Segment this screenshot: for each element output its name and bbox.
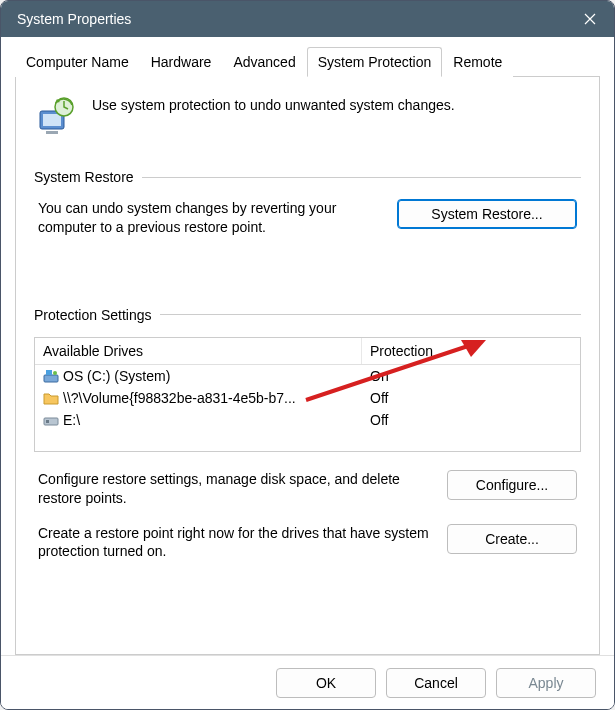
configure-button[interactable]: Configure... xyxy=(447,470,577,500)
close-icon xyxy=(584,13,596,25)
tab-advanced[interactable]: Advanced xyxy=(222,47,306,77)
dialog-footer: OK Cancel Apply xyxy=(1,655,614,709)
table-body: OS (C:) (System) On \\?\Volume{f98832be-… xyxy=(35,365,580,451)
ok-button[interactable]: OK xyxy=(276,668,376,698)
tab-strip: Computer Name Hardware Advanced System P… xyxy=(15,47,600,77)
protection-status: On xyxy=(362,367,580,385)
drive-name: E:\ xyxy=(63,412,80,428)
drive-name: OS (C:) (System) xyxy=(63,368,170,384)
svg-rect-8 xyxy=(46,370,52,375)
intro-text: Use system protection to undo unwanted s… xyxy=(92,95,455,113)
configure-description: Configure restore settings, manage disk … xyxy=(38,470,431,508)
svg-point-9 xyxy=(53,371,57,375)
drive-name: \\?\Volume{f98832be-a831-4e5b-b7... xyxy=(63,390,296,406)
table-header: Available Drives Protection xyxy=(35,338,580,365)
window-title: System Properties xyxy=(17,11,131,27)
tab-hardware[interactable]: Hardware xyxy=(140,47,223,77)
titlebar: System Properties xyxy=(1,1,614,37)
protection-status: Off xyxy=(362,411,580,429)
tab-system-protection[interactable]: System Protection xyxy=(307,47,443,77)
svg-rect-1 xyxy=(43,114,61,126)
folder-icon xyxy=(43,390,59,406)
svg-rect-11 xyxy=(46,420,49,423)
create-button[interactable]: Create... xyxy=(447,524,577,554)
group-title-protection: Protection Settings xyxy=(34,307,152,323)
close-button[interactable] xyxy=(566,1,614,37)
column-protection[interactable]: Protection xyxy=(362,338,580,364)
tab-panel: Use system protection to undo unwanted s… xyxy=(15,77,600,655)
table-row[interactable]: OS (C:) (System) On xyxy=(35,365,580,387)
drive-icon xyxy=(43,412,59,428)
divider xyxy=(160,314,581,315)
content-area: Computer Name Hardware Advanced System P… xyxy=(1,37,614,655)
protection-status: Off xyxy=(362,389,580,407)
divider xyxy=(142,177,581,178)
svg-rect-2 xyxy=(46,131,58,134)
group-header-restore: System Restore xyxy=(34,169,581,185)
system-restore-button[interactable]: System Restore... xyxy=(397,199,577,229)
intro-row: Use system protection to undo unwanted s… xyxy=(34,95,581,139)
tab-computer-name[interactable]: Computer Name xyxy=(15,47,140,77)
tab-remote[interactable]: Remote xyxy=(442,47,513,77)
group-system-restore: System Restore You can undo system chang… xyxy=(34,169,581,237)
group-protection-settings: Protection Settings Available Drives Pro… xyxy=(34,307,581,562)
apply-button[interactable]: Apply xyxy=(496,668,596,698)
table-row[interactable]: \\?\Volume{f98832be-a831-4e5b-b7... Off xyxy=(35,387,580,409)
column-drives[interactable]: Available Drives xyxy=(35,338,362,364)
drive-system-icon xyxy=(43,368,59,384)
group-header-protection: Protection Settings xyxy=(34,307,581,323)
svg-rect-7 xyxy=(44,375,58,382)
drives-table[interactable]: Available Drives Protection OS (C:) (Sys… xyxy=(34,337,581,452)
group-title-restore: System Restore xyxy=(34,169,134,185)
table-row[interactable]: E:\ Off xyxy=(35,409,580,431)
system-protection-icon xyxy=(34,95,78,139)
restore-description: You can undo system changes by reverting… xyxy=(38,199,381,237)
create-description: Create a restore point right now for the… xyxy=(38,524,431,562)
system-properties-window: System Properties Computer Name Hardware… xyxy=(0,0,615,710)
cancel-button[interactable]: Cancel xyxy=(386,668,486,698)
